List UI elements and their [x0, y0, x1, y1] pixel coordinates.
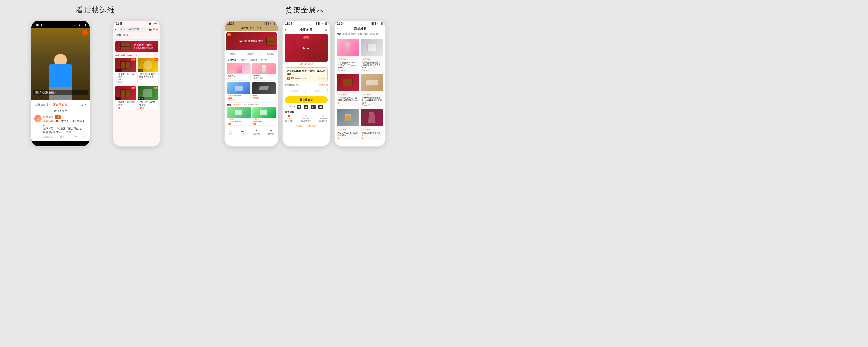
- tab-潮玩[interactable]: 潮玩: [351, 32, 356, 36]
- search-input-box[interactable]: 🔍 茅小凌酱香兄妹: [118, 27, 148, 32]
- brand-collection-name: 牛零乳鲜牛奶2盒: [228, 94, 250, 97]
- search-button[interactable]: 搜索: [153, 28, 158, 31]
- filter-more[interactable]: 筛: [135, 54, 138, 57]
- filter-comprehensive[interactable]: 综合: [116, 54, 120, 57]
- nav-follow[interactable]: ♥ 抢好货: [268, 129, 274, 135]
- product-card-1[interactable]: 348.0 官旗 【茅小凌】酒心巧克力经典 ¥348 官方旗舰: [115, 58, 136, 85]
- follow-btn[interactable]: +: [83, 30, 88, 35]
- main-container: 看后搜运维 16:18 ▲: [8, 5, 426, 147]
- product-info-3: 【茅小凌】酒心巧克力经典 ¥35: [115, 100, 136, 110]
- countdown-minutes: 17: [311, 105, 316, 109]
- right-phones: 12:03 ▌▌▌ 5G ▓ 品牌馆 认养一头牛 茅小凌 冰淇淋巧克力: [224, 20, 386, 147]
- search-close-icon[interactable]: ✕: [85, 103, 87, 106]
- trial-card-iphone[interactable]: iPhone 14 A2 纯牛奶...: [252, 63, 276, 81]
- tab-家电[interactable]: 家电: [370, 32, 375, 36]
- product-iphone-sub: A2 纯牛奶...: [253, 77, 275, 79]
- product-iphone-name: iPhone 14: [253, 75, 275, 77]
- newprod-name-1: [12期免息]iPhone 15 手机 9月22日 8:00: [338, 62, 358, 66]
- home-icon: ⌂: [230, 129, 231, 132]
- tab-珠[interactable]: 珠: [376, 32, 378, 36]
- tissue-card-2[interactable]: 抖音旅游 心相印抽纸 3 ¥2.9: [252, 107, 276, 126]
- ps-tab-1yuan[interactable]: 1元抽签: [249, 58, 258, 62]
- reply-btn[interactable]: 回复: [60, 135, 65, 139]
- lottery-rules[interactable]: 抽签规则: [319, 84, 328, 87]
- brand-nav-2[interactable]: 认养一头牛: [250, 26, 262, 30]
- 50元封顶-label[interactable]: 50元封顶: [242, 103, 250, 106]
- countdown-days: 01: [297, 105, 301, 109]
- search-expand-icon[interactable]: ⊡: [81, 103, 83, 106]
- newprod-card-3[interactable]: 抖音旅游 茅小凌酒心巧克力 贵州茅台x摩美联合出品 ¥: [337, 74, 359, 107]
- get-ticket-1[interactable]: 待获取: [285, 88, 306, 94]
- newprod-name-3: 茅小凌酒心巧克力 贵州茅台x摩美联合出品: [338, 97, 358, 101]
- lottery-cta-btn[interactable]: 关注并抽签: [285, 96, 328, 103]
- lottery-flow: 抽签流程 9月16日 20:00开始 9月20日 20:00布奖中: [283, 109, 330, 124]
- product-info-1: 【茅小凌】酒心巧克力经典 ¥348 官方旗舰: [115, 72, 136, 84]
- back-icon[interactable]: ‹: [116, 28, 117, 31]
- brand-badge-1: 品牌官方: [228, 52, 236, 56]
- newprod-badge-1: 抖音旅游: [338, 58, 347, 61]
- product-card-3[interactable]: 35.0 官旗 【茅小凌】酒心巧克力经典 ¥35: [115, 86, 136, 110]
- brand-collection-card[interactable]: 牛零乳鲜牛奶2盒 ¥7.9 品牌典藏: [227, 82, 251, 102]
- newprod-tabs-row: 精选 开新日 潮玩 美妆 服饰 家电 珠: [335, 32, 385, 37]
- brand-nav-1[interactable]: 品牌馆: [241, 26, 248, 30]
- camera-icon[interactable]: 📷: [149, 28, 152, 31]
- ps-tab-snap[interactable]: 抢+1购: [259, 58, 269, 62]
- newprod-card-6[interactable]: 抖音旅游 女装长款风衣秋冬新款 ¥: [361, 109, 383, 140]
- product-card-4[interactable]: 565.0 官旗 【茅小凌】12粒经典/减糖 ¥565: [137, 86, 159, 110]
- tab-美妆[interactable]: 美妆: [358, 32, 362, 36]
- newprod-card-2[interactable]: 抖音旅游 九阳电热饭盒保温可插电加热便当盒热饭 ¥99 已售 162: [361, 39, 383, 72]
- brand-badge-2: 正品保障: [247, 52, 255, 56]
- left-phones: 16:18 ▲: [31, 20, 161, 147]
- brand-hero: 茅小凌 冰淇淋巧克力 直播: [226, 32, 277, 51]
- newprod-card-4[interactable]: 抖音旅游 环球爆款情侣款老爸鞋 2023秋季新款厚底 ¥89 预约 1.1万: [361, 74, 383, 107]
- 食品-label[interactable]: 食品: [258, 103, 261, 106]
- newprod-signal: ▌▌▌: [372, 23, 377, 25]
- lottery-status-bar: 18:35 ▌▌▌ 5G ▓: [283, 21, 330, 26]
- newprod-card-5[interactable]: 抖音旅游 Apple Watch Series 9 智能手表 ¥: [337, 109, 359, 140]
- lottery-share[interactable]: ⬆: [325, 28, 327, 32]
- tab-精选[interactable]: 精选: [337, 32, 341, 36]
- follow-icon: ♥: [270, 129, 272, 132]
- product-card-2[interactable]: 74.0 官旗 【茅小凌】2+2经典/减糖 李子柒冰淇淋推荐款·TOP6 ¥74: [137, 58, 159, 85]
- tab-all[interactable]: 全部: [116, 34, 121, 38]
- filter-live[interactable]: 直播中: [126, 54, 132, 57]
- search-banner[interactable]: 茅小凌酒心巧克力 贵州茅台x摩美联合出品: [116, 40, 158, 52]
- my-tickets-row: 我的抽签码 0/4 抽签规则: [283, 83, 330, 87]
- newprod-battery: ▓: [381, 23, 382, 25]
- ps-tab-trial[interactable]: 大牌试用: [227, 58, 238, 62]
- brand-time: 12:03: [227, 22, 234, 25]
- 认养一头牛-label[interactable]: 认养一头牛: [232, 103, 241, 106]
- flow-dot-2: [305, 115, 307, 117]
- tab-store[interactable]: 店铺: [123, 34, 128, 38]
- flow-dot-3: [322, 115, 324, 117]
- nav-category[interactable]: ☰ 分类: [241, 129, 244, 135]
- shoe-img: [252, 82, 276, 94]
- ps-tab-discount[interactable]: 低至2.9: [239, 58, 248, 62]
- tab-开新日[interactable]: 开新日: [343, 32, 350, 36]
- lottery-back[interactable]: ‹: [285, 27, 286, 32]
- bookmark-icon[interactable]: ☆: [84, 135, 86, 139]
- search-status-bar: 12:48 ⊙ 100: [114, 21, 160, 26]
- get-ticket-2[interactable]: 待获取: [307, 88, 328, 94]
- newprod-sales-1: 预约 487: [338, 69, 358, 71]
- nav-home[interactable]: ⌂ 首页: [229, 129, 232, 135]
- brand-store-name: 茅小凌 冰淇淋巧克力: [239, 39, 263, 43]
- newprod-card-1[interactable]: 抖音旅游 [12期免息]iPhone 15 手机 9月22日 8:00 ¥599…: [337, 39, 359, 72]
- newprod-info-3: 抖音旅游 茅小凌酒心巧克力 贵州茅台x摩美联合出品 ¥: [337, 91, 359, 105]
- search-time: 12:48: [116, 22, 123, 25]
- win-hint: 抽签越多，中签概率越高: [283, 124, 330, 128]
- tab-服饰[interactable]: 服饰: [364, 32, 368, 36]
- newprod-info-2: 抖音旅游 九阳电热饭盒保温可插电加热便当盒热饭 ¥99 已售 162: [361, 56, 383, 72]
- search-keyword[interactable]: 茅台巧克力: [53, 103, 67, 107]
- nav-newprod[interactable]: ✦ 新品发售: [253, 129, 260, 135]
- arrow-indicator: →: [95, 72, 108, 80]
- filter-sales[interactable]: 销量: [121, 54, 125, 57]
- official-badge-4: 官旗: [154, 87, 158, 89]
- trial-card-1[interactable]: 新客会员 ¥3: [227, 63, 251, 81]
- shoe-card[interactable]: 马马 ¥79.99: [252, 82, 276, 102]
- 低至5折-label[interactable]: 低至5折: [250, 103, 257, 106]
- tissue-card-1[interactable]: 抖音旅游 【专享】瑞幸咖 ¥2.0: [227, 107, 251, 126]
- trial-price-1: ¥3: [228, 77, 250, 80]
- newprod-5g: 5G: [377, 23, 380, 25]
- newprod-img-5: [337, 109, 359, 126]
